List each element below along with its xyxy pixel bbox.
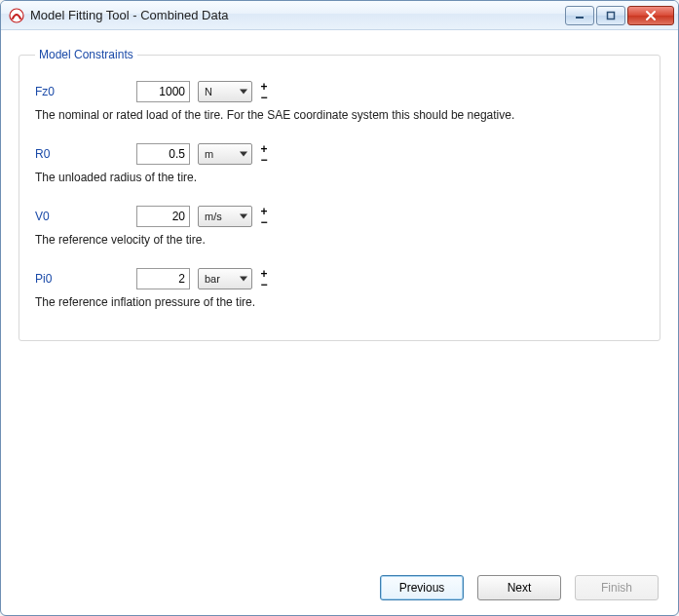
fz0-description: The nominal or rated load of the tire. F… [35,108,644,122]
v0-unit-select[interactable]: m/s [198,206,252,227]
app-window: Model Fitting Tool - Combined Data Model… [0,0,679,616]
fz0-spinner: + − [258,81,270,102]
model-constraints-group: Model Constraints Fz0 N + − The nominal … [19,48,660,341]
pi0-unit-select[interactable]: bar [198,268,252,289]
group-legend: Model Constraints [35,48,137,61]
fz0-input[interactable] [136,81,190,102]
r0-unit-select[interactable]: m [198,143,252,165]
pi0-decrement-button[interactable]: − [258,280,270,289]
pi0-increment-button[interactable]: + [258,269,270,278]
param-label-r0: R0 [35,147,129,161]
chevron-down-icon [240,152,247,157]
r0-decrement-button[interactable]: − [258,155,270,164]
fz0-increment-button[interactable]: + [258,82,270,91]
fz0-decrement-button[interactable]: − [258,93,270,101]
app-icon [9,8,24,23]
param-label-v0: V0 [35,210,129,223]
pi0-unit-value: bar [205,273,220,285]
r0-input[interactable] [136,143,190,165]
chevron-down-icon [240,214,247,219]
pi0-spinner: + − [258,268,270,289]
titlebar: Model Fitting Tool - Combined Data [1,1,678,30]
footer-buttons: Previous Next Finish [1,570,678,615]
minimize-button[interactable] [565,6,594,25]
svg-rect-2 [608,12,615,19]
r0-spinner: + − [258,143,270,165]
v0-unit-value: m/s [205,211,222,222]
param-row-r0: R0 m + − [35,143,644,165]
r0-increment-button[interactable]: + [258,144,270,153]
param-row-pi0: Pi0 bar + − [35,268,644,289]
finish-button[interactable]: Finish [575,575,659,600]
chevron-down-icon [240,277,247,282]
v0-decrement-button[interactable]: − [258,217,270,226]
v0-input[interactable] [136,206,190,227]
r0-description: The unloaded radius of the tire. [35,171,644,184]
fz0-unit-value: N [205,86,212,97]
pi0-description: The reference inflation pressure of the … [35,295,644,309]
fz0-unit-select[interactable]: N [198,81,252,102]
maximize-button[interactable] [596,6,625,25]
window-controls [565,6,674,25]
param-label-fz0: Fz0 [35,85,129,98]
v0-increment-button[interactable]: + [258,207,270,215]
v0-spinner: + − [258,206,270,227]
svg-rect-1 [576,17,584,19]
pi0-input[interactable] [136,268,190,289]
close-button[interactable] [627,6,674,25]
param-row-v0: V0 m/s + − [35,206,644,227]
previous-button[interactable]: Previous [380,575,464,600]
param-label-pi0: Pi0 [35,272,129,286]
chevron-down-icon [240,90,247,95]
param-row-fz0: Fz0 N + − [35,81,644,102]
content-area: Model Constraints Fz0 N + − The nominal … [1,30,678,570]
next-button[interactable]: Next [477,575,561,600]
window-title: Model Fitting Tool - Combined Data [30,8,565,22]
r0-unit-value: m [205,148,213,160]
v0-description: The reference velocity of the tire. [35,233,644,247]
